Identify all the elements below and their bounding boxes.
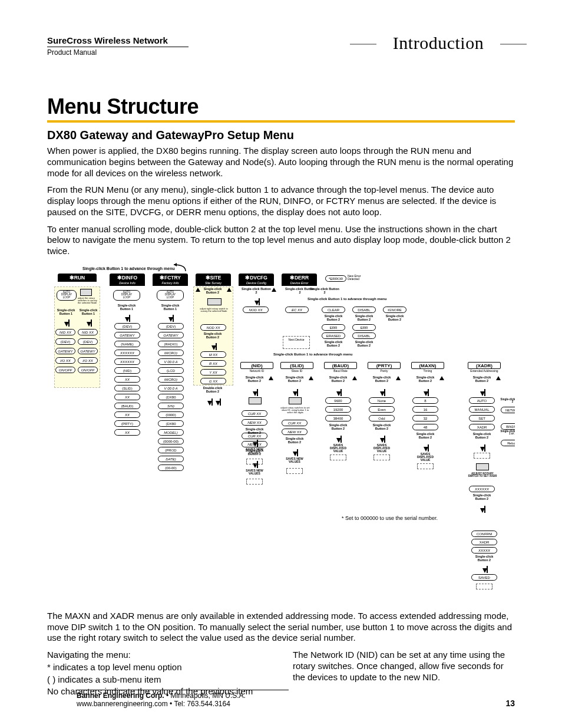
- dvcfg-pill: NEW XX: [282, 429, 308, 435]
- dvcfg-col-sub: Baud Rate: [324, 370, 357, 373]
- menu-dvcfg: ✱DVCFG: [239, 274, 274, 282]
- intro-para-3: To enter manual scrolling mode, double-c…: [47, 224, 515, 257]
- derr-sc2c: Single-click Button 2: [322, 315, 345, 322]
- fctry-pill: (RADIO): [158, 341, 184, 347]
- site-icon: [207, 298, 222, 305]
- derr-sc2g: Single-click Button 2: [352, 341, 376, 348]
- fctry-pill: (0000-00): [158, 438, 184, 444]
- dvcfg-sc2b: Single-click Button 2: [282, 437, 308, 444]
- dinfo-sc1: Single-click Button 1: [113, 304, 140, 311]
- page-footer: Banner Engineering Corp. • Minneapolis, …: [47, 690, 515, 708]
- arrow-icon: [424, 391, 428, 396]
- intro-para-2: From the RUN Menu (or any menu), single-…: [47, 185, 515, 218]
- dvcfg-sc2: Single-click Button 2: [412, 376, 438, 383]
- run-pill: ON/OFF: [55, 367, 75, 373]
- arrow-icon: [480, 508, 485, 513]
- xadr-sc2: Single-click Button 2: [469, 494, 495, 501]
- arrow-icon: [336, 438, 341, 443]
- arrow-icon: [380, 391, 385, 396]
- site-pill: NOD XX: [200, 324, 226, 331]
- dvcfg-sc2b: Single-click Button 2: [469, 433, 495, 440]
- after-diagram-para: The MAXN and XADR menus are only availab…: [47, 611, 515, 644]
- derr-sc2f: Single-click Button 2: [322, 341, 345, 348]
- arrow-icon: [87, 322, 91, 327]
- run-adjust: adjust the rotary switches to survey the…: [78, 297, 99, 305]
- dinfo-pill: XX: [114, 429, 140, 436]
- run-pill: I/O XX: [55, 357, 75, 364]
- fctry-sc1: Single-click Button 1: [157, 304, 184, 311]
- dvcfg-col-header: (SLID): [280, 362, 313, 369]
- arrow-icon: [293, 452, 297, 456]
- arrow-icon: [380, 438, 385, 443]
- dvcfg-note: SAVES DISPLAYED VALUE: [412, 453, 438, 462]
- dvcfg-next: Next Device: [283, 336, 310, 349]
- site-pill: G XX: [200, 378, 226, 384]
- dvcfg-pill: None: [369, 397, 395, 404]
- fctry-pill: GATEWY: [158, 332, 184, 338]
- loop-arrow-icon: [171, 263, 189, 274]
- menu-structure-diagram: Single-click Button 1 to advance through…: [47, 263, 515, 602]
- site-adjust: adjust right rotary switch to survey the…: [197, 308, 231, 312]
- dvcfg-pill: MANUAL: [469, 406, 495, 413]
- dvcfg-pill: 19200: [325, 406, 351, 413]
- tri-icon: [272, 288, 276, 292]
- doc-title: SureCross Wireless Network: [47, 35, 189, 47]
- dvcfg-pill: 48: [412, 424, 438, 430]
- page-header: SureCross Wireless Network Product Manua…: [47, 35, 515, 71]
- dinfo-pill: (NAME): [114, 341, 140, 347]
- tri-icon: [396, 376, 401, 380]
- xadr-saved: SAVED: [471, 574, 497, 581]
- site-pill: R XX: [200, 360, 226, 367]
- site-sc2: Single-click Button 2: [199, 288, 226, 295]
- arrow-icon: [480, 447, 485, 452]
- site-dc2: Double-click Button 2: [199, 387, 226, 394]
- dinfo-pill: XX: [114, 411, 140, 418]
- derr-error: *ERROR: [325, 275, 346, 282]
- arrow-icon: [336, 391, 341, 396]
- dashbox: [330, 454, 346, 460]
- dvcfg-col-sub: Slave ID: [280, 370, 313, 373]
- menu-fctry-sub: Factory Info: [153, 281, 188, 286]
- run-pill: NID XX: [55, 329, 75, 335]
- dvcfg-col-sub: Timing: [411, 370, 444, 373]
- section-title-wrap: Introduction: [362, 33, 515, 53]
- fctry-pill: V 00.0 A: [158, 358, 184, 365]
- tri-icon: [227, 288, 232, 292]
- dvcfg-pill: CUR XX: [282, 420, 308, 426]
- run-pill: ON/OFF: [78, 367, 98, 373]
- run-icon: [80, 289, 92, 296]
- tri-icon: [352, 376, 357, 380]
- arrow-icon: [253, 391, 257, 396]
- rotary-icon: [289, 397, 302, 404]
- fctry-autoloop: AUTODISPLAYLOOP: [157, 290, 184, 301]
- dvcfg-sc2: Single-click Button 2: [242, 376, 267, 383]
- footer-rule: [77, 690, 289, 690]
- run-sc1-r: Single-click Button 1: [78, 309, 99, 316]
- dvcfg-note: SAVES DISPLAYED VALUE: [325, 444, 351, 453]
- xadr-adjust: ADJUST ROTARY SWITCH TO SET XADR: [468, 473, 497, 478]
- run-autoloop-left: AUTODISPLAYLOOP: [57, 290, 77, 301]
- run-pill: (DEV): [55, 338, 75, 345]
- dashbox: [246, 459, 263, 465]
- fctry-pill: (LCD: [158, 367, 184, 374]
- dashbox: [246, 479, 263, 485]
- dvcfg-note: SAVES NEW VALUES: [282, 457, 308, 464]
- dashbox: [373, 454, 390, 460]
- fctry-pill: V 00.0 A: [158, 385, 184, 391]
- footer-location: • Minneapolis, MN U.S.A.: [164, 691, 246, 700]
- tri-icon: [496, 376, 501, 380]
- dinfo-pill: XXXXXX: [114, 350, 140, 356]
- derr-ignore: IGNORE: [383, 307, 406, 313]
- xadr-xadr2: XADR: [471, 539, 497, 545]
- dinfo-pill: GATEWY: [114, 332, 140, 338]
- arrow-icon: [254, 301, 259, 305]
- xadr-sc: Single-click Button 2: [500, 398, 515, 404]
- derr-erased: ERASED: [322, 332, 345, 339]
- dvcfg-pill: 8: [412, 397, 438, 404]
- fctry-pill: DATE): [158, 456, 184, 462]
- xadr-side-pill: NETWRK: [501, 407, 515, 413]
- dashbox: [474, 453, 490, 459]
- xadr-side-pill: BINDNG: [501, 423, 515, 430]
- fctry-pill: (DX80: [158, 394, 184, 400]
- arrow-icon: [480, 391, 485, 396]
